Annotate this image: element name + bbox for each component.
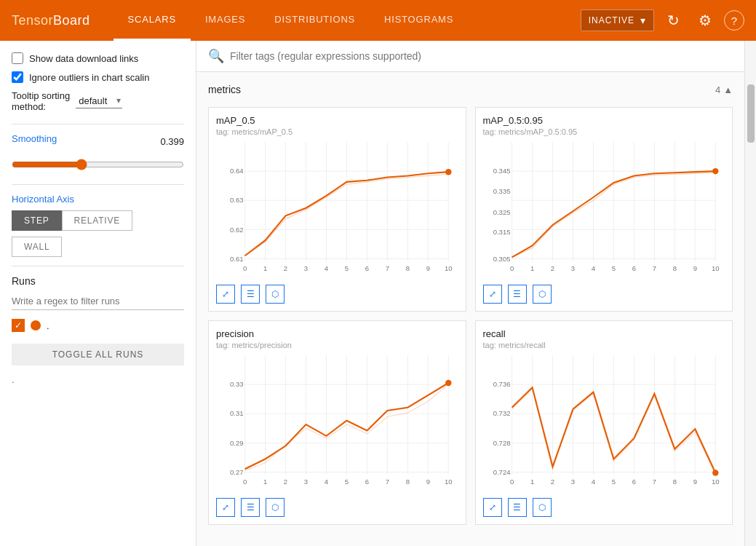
horizontal-axis-section: Horizontal Axis STEP RELATIVE WALL bbox=[12, 194, 184, 257]
svg-text:0: 0 bbox=[243, 478, 247, 486]
svg-text:7: 7 bbox=[386, 264, 389, 272]
svg-rect-97 bbox=[488, 355, 719, 494]
svg-text:10: 10 bbox=[445, 264, 453, 272]
svg-text:9: 9 bbox=[426, 264, 430, 272]
wall-button[interactable]: WALL bbox=[12, 237, 62, 257]
step-button[interactable]: STEP bbox=[12, 210, 62, 231]
svg-text:5: 5 bbox=[611, 478, 615, 486]
svg-text:0.27: 0.27 bbox=[230, 468, 244, 476]
svg-text:8: 8 bbox=[672, 264, 676, 272]
svg-text:0.345: 0.345 bbox=[493, 167, 510, 175]
nav-histograms[interactable]: HISTOGRAMS bbox=[370, 0, 468, 41]
tooltip-dropdown[interactable]: default bbox=[76, 94, 122, 108]
svg-text:0.325: 0.325 bbox=[493, 208, 510, 216]
nav-images[interactable]: IMAGES bbox=[191, 0, 260, 41]
metrics-header: metrics 4 ▲ bbox=[208, 78, 733, 101]
chart-map0595-title: mAP_0.5:0.95 bbox=[483, 115, 725, 126]
runs-filter-input[interactable] bbox=[12, 293, 184, 310]
svg-text:0.29: 0.29 bbox=[230, 439, 244, 447]
chart-recall-svg: 0.736 0.732 0.728 0.724 0 1 2 3 4 5 6 bbox=[483, 355, 725, 494]
svg-text:0: 0 bbox=[243, 264, 247, 272]
run-color-dot bbox=[31, 320, 41, 331]
svg-text:10: 10 bbox=[712, 478, 720, 486]
svg-rect-32 bbox=[488, 142, 719, 280]
svg-text:1: 1 bbox=[530, 478, 533, 486]
svg-text:4: 4 bbox=[325, 478, 328, 486]
help-icon: ? bbox=[731, 15, 737, 27]
expand-button-3[interactable]: ⤢ bbox=[216, 498, 235, 517]
ignore-outliers-checkbox[interactable] bbox=[12, 71, 23, 83]
svg-text:0.305: 0.305 bbox=[493, 255, 510, 263]
svg-text:3: 3 bbox=[304, 264, 308, 272]
smoothing-slider[interactable] bbox=[12, 159, 184, 170]
download-button-3[interactable]: ⬡ bbox=[266, 498, 285, 517]
show-downloads-checkbox[interactable] bbox=[12, 52, 23, 64]
svg-text:5: 5 bbox=[611, 264, 615, 272]
svg-text:4: 4 bbox=[591, 478, 594, 486]
svg-text:1: 1 bbox=[263, 478, 267, 486]
nav-scalars[interactable]: SCALARS bbox=[114, 0, 191, 41]
svg-text:8: 8 bbox=[406, 478, 410, 486]
runs-section: Runs ✓ . TOGGLE ALL RUNS . bbox=[12, 275, 184, 385]
chart-precision-area: 0.33 0.31 0.29 0.27 0 1 2 3 4 5 6 bbox=[216, 355, 458, 494]
nav-right: INACTIVE ▾ ↻ ⚙ ? bbox=[581, 7, 744, 33]
expand-button-2[interactable]: ⤢ bbox=[483, 285, 502, 304]
refresh-button[interactable]: ↻ bbox=[660, 7, 686, 33]
download-button-4[interactable]: ⬡ bbox=[533, 498, 552, 517]
chart-map05-actions: ⤢ ☰ ⬡ bbox=[216, 285, 458, 304]
data-button-4[interactable]: ☰ bbox=[508, 498, 527, 517]
settings-button[interactable]: ⚙ bbox=[692, 7, 718, 33]
metrics-count: 4 bbox=[715, 84, 720, 95]
svg-text:0.62: 0.62 bbox=[230, 226, 244, 234]
tooltip-row: Tooltip sorting method: default bbox=[12, 90, 184, 112]
scrollbar[interactable] bbox=[744, 41, 756, 546]
chart-recall-area: 0.736 0.732 0.728 0.724 0 1 2 3 4 5 6 bbox=[483, 355, 725, 494]
main-wrapper: 🔍 metrics 4 ▲ mAP_0.5 tag: m bbox=[196, 41, 756, 546]
svg-text:0.728: 0.728 bbox=[493, 439, 510, 447]
svg-rect-0 bbox=[222, 142, 453, 280]
svg-text:7: 7 bbox=[652, 264, 656, 272]
svg-text:0.31: 0.31 bbox=[230, 409, 244, 417]
scrollbar-thumb[interactable] bbox=[747, 84, 755, 143]
collapse-icon[interactable]: ▲ bbox=[723, 84, 733, 95]
svg-text:5: 5 bbox=[345, 478, 349, 486]
svg-text:0.736: 0.736 bbox=[493, 380, 510, 388]
data-button-2[interactable]: ☰ bbox=[508, 285, 527, 304]
svg-text:8: 8 bbox=[672, 478, 676, 486]
metrics-section: metrics 4 ▲ mAP_0.5 tag: metrics/mAP_0.5 bbox=[196, 72, 744, 531]
download-button-2[interactable]: ⬡ bbox=[533, 285, 552, 304]
toggle-all-button[interactable]: TOGGLE ALL RUNS bbox=[12, 344, 184, 365]
run-checkbox[interactable]: ✓ bbox=[12, 319, 25, 332]
chart-map05-area: 0.64 0.63 0.62 0.61 0 1 2 3 4 5 bbox=[216, 142, 458, 280]
chart-map05-title: mAP_0.5 bbox=[216, 115, 458, 126]
brand-board: Board bbox=[53, 13, 90, 28]
chart-recall-tag: tag: metrics/recall bbox=[483, 341, 725, 349]
data-button-3[interactable]: ☰ bbox=[241, 498, 260, 517]
divider-1 bbox=[12, 124, 184, 124]
svg-text:0: 0 bbox=[509, 264, 513, 272]
svg-text:0: 0 bbox=[509, 478, 513, 486]
help-button[interactable]: ? bbox=[724, 10, 744, 31]
svg-text:0.724: 0.724 bbox=[493, 468, 510, 476]
data-button[interactable]: ☰ bbox=[241, 285, 260, 304]
tooltip-dropdown-wrapper: default bbox=[76, 94, 122, 108]
horizontal-rest: Axis bbox=[55, 194, 74, 205]
chart-map0595-area: 0.345 0.335 0.325 0.315 0.305 0 1 2 3 4 bbox=[483, 142, 725, 280]
svg-text:10: 10 bbox=[712, 264, 720, 272]
svg-text:7: 7 bbox=[386, 478, 389, 486]
expand-button-4[interactable]: ⤢ bbox=[483, 498, 502, 517]
expand-button[interactable]: ⤢ bbox=[216, 285, 235, 304]
charts-grid: mAP_0.5 tag: metrics/mAP_0.5 bbox=[208, 107, 733, 525]
svg-text:0.732: 0.732 bbox=[493, 409, 510, 417]
ignore-outliers-label: Ignore outliers in chart scalin bbox=[29, 72, 149, 83]
chart-map0595-tag: tag: metrics/mAP_0.5:0.95 bbox=[483, 127, 725, 136]
status-dropdown[interactable]: INACTIVE ▾ bbox=[581, 9, 654, 31]
chart-precision: precision tag: metrics/precision bbox=[208, 320, 466, 525]
nav-distributions[interactable]: DISTRIBUTIONS bbox=[260, 0, 370, 41]
ignore-outliers-row: Ignore outliers in chart scalin bbox=[12, 71, 184, 83]
download-button[interactable]: ⬡ bbox=[266, 285, 285, 304]
relative-button[interactable]: RELATIVE bbox=[62, 210, 133, 231]
filter-bar: 🔍 bbox=[196, 41, 744, 72]
filter-input[interactable] bbox=[230, 50, 733, 62]
run-item: ✓ . bbox=[12, 319, 184, 332]
